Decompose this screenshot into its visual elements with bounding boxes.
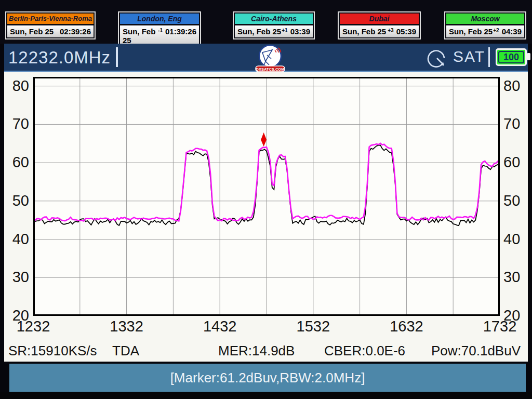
dxsatcs-logo: DXSATCS.COM — [255, 44, 285, 74]
clock-utc-offset: +1 — [282, 28, 287, 33]
y-axis-tick-label: 50 — [503, 192, 520, 209]
bottom-bezel — [0, 392, 532, 399]
battery-indicator: 100 — [496, 48, 527, 66]
symbol-rate-readout: SR:15910KS/s — [8, 343, 97, 359]
y-axis-tick-label: 60 — [503, 154, 520, 171]
y-axis-tick-label: 30 — [1, 269, 29, 286]
clock-city-label: Dubai — [340, 14, 419, 24]
clock-date: Sun, Feb 25 — [237, 27, 281, 36]
clock-berlin-paris-vienna-roma: Berlin-Paris-Vienna-Roma Sun, Feb 25 02:… — [5, 11, 96, 39]
y-axis-tick-label: 70 — [1, 115, 29, 132]
x-axis-tick-label: 1432 — [203, 318, 237, 335]
clock-utc-offset: +3 — [388, 28, 393, 33]
marker-info-bar: [Marker:61.2dBuv,RBW:2.0MHz] — [9, 364, 526, 392]
clock-dubai: Dubai Sun, Feb 25 +305:39 — [338, 11, 421, 39]
marker-info-text: [Marker:61.2dBuv,RBW:2.0MHz] — [170, 370, 365, 385]
clock-time: 03:39 — [290, 27, 310, 36]
x-axis-tick-label: 1332 — [110, 318, 143, 335]
clock-time-row: Sun, Feb 25 -101:39:26 — [120, 25, 199, 46]
frequency-display[interactable]: 12232.0MHz — [8, 47, 118, 68]
satellite-meter-screen: Berlin-Paris-Vienna-Roma Sun, Feb 25 02:… — [0, 0, 532, 399]
y-axis-tick-label: 70 — [503, 115, 520, 132]
frequency-header-bar: 12232.0MHz DXSATCS.COM — [4, 44, 528, 72]
y-axis-tick-label: 20 — [503, 307, 520, 324]
clock-date: Sun, Feb 25 — [342, 27, 386, 36]
y-axis-tick-label: 50 — [1, 192, 29, 209]
power-readout: Pow:70.1dBuV — [431, 343, 521, 359]
clock-utc-offset: -1 — [158, 28, 163, 33]
spectrum-chart — [33, 77, 500, 316]
clock-date: Sun, Feb 25 — [449, 27, 493, 36]
y-axis-tick-label: 80 — [1, 77, 29, 95]
clock-city-label: London, Eng — [120, 14, 199, 24]
mer-readout: MER:14.9dB — [218, 343, 295, 359]
clock-time: 05:39 — [396, 27, 416, 36]
y-axis-tick-label: 30 — [503, 269, 520, 286]
mode-readout: TDA — [112, 343, 139, 359]
clock-city-label: Cairo-Athens — [235, 14, 313, 24]
clock-london: London, Eng Sun, Feb 25 -101:39:26 — [118, 11, 201, 48]
text-cursor — [116, 47, 118, 67]
battery-nub — [527, 53, 530, 60]
clock-utc-offset: +2 — [493, 28, 499, 33]
y-axis-tick-label: 40 — [1, 231, 29, 248]
cber-readout: CBER:0.0E-6 — [324, 343, 405, 359]
clock-time-row: Sun, Feb 25 +204:39 — [446, 25, 524, 37]
satellite-dish-icon — [426, 48, 449, 71]
clock-time: 01:39:26 — [165, 27, 196, 36]
world-clock-strip: Berlin-Paris-Vienna-Roma Sun, Feb 25 02:… — [0, 0, 532, 44]
clock-time-row: Sun, Feb 25 +103:39 — [235, 25, 313, 37]
x-axis-tick-label: 1532 — [297, 318, 330, 335]
clock-time: 04:39 — [502, 27, 522, 36]
clock-time: 02:39:26 — [60, 27, 91, 36]
y-axis-tick-label: 20 — [1, 307, 29, 324]
y-axis-tick-label: 80 — [503, 77, 520, 95]
battery-level: 100 — [498, 51, 524, 63]
clock-time-row: Sun, Feb 25 +305:39 — [340, 25, 419, 37]
clock-date: Sun, Feb 25 — [10, 27, 54, 36]
clock-time-row: Sun, Feb 25 02:39:26 — [7, 25, 94, 37]
logo-text: DXSATCS.COM — [256, 67, 285, 72]
y-axis-tick-label: 60 — [1, 154, 29, 171]
header-divider — [488, 47, 490, 67]
clock-cairo-athens: Cairo-Athens Sun, Feb 25 +103:39 — [233, 11, 315, 39]
clock-city-label: Moscow — [446, 14, 524, 24]
x-axis-tick-label: 1632 — [390, 318, 423, 335]
clock-city-label: Berlin-Paris-Vienna-Roma — [7, 14, 94, 24]
sat-mode-label: SAT — [453, 48, 485, 65]
clock-moscow: Moscow Sun, Feb 25 +204:39 — [444, 11, 526, 39]
clock-date: Sun, Feb 25 — [123, 27, 158, 45]
y-axis-tick-label: 40 — [503, 231, 520, 248]
